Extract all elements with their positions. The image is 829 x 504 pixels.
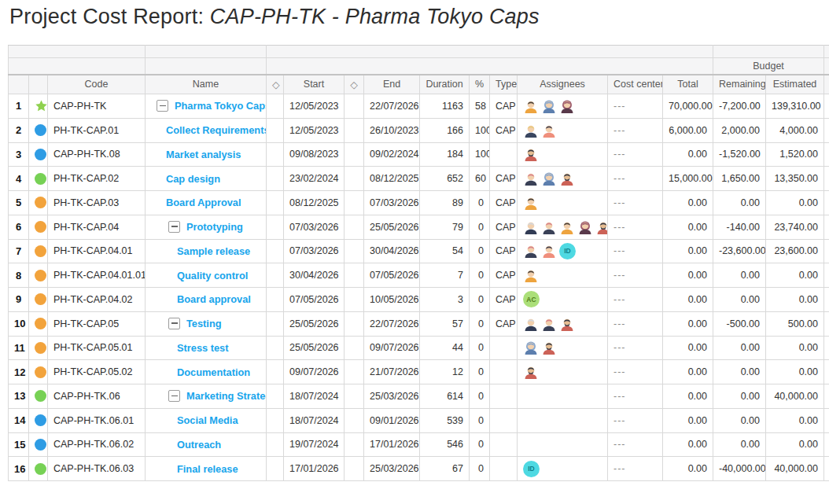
table-row[interactable]: 15 CAP-PH-TK.06.02 Outreach 19/07/2024 1… xyxy=(9,432,829,457)
task-name-link[interactable]: Board Approval xyxy=(166,197,241,208)
estimated-value: 500.00 xyxy=(766,311,824,336)
total-value: 0.00 xyxy=(663,432,713,457)
milestone-cell xyxy=(344,263,364,288)
page-title: Project Cost Report: CAP-PH-TK - Pharma … xyxy=(9,5,540,29)
total-value: 70,000.00 xyxy=(663,94,713,119)
remaining-value: 0.00 xyxy=(713,191,766,215)
assignees-cell xyxy=(518,360,608,384)
collapse-minus-icon[interactable] xyxy=(168,221,180,233)
status-circle-icon xyxy=(35,173,46,185)
task-name-link[interactable]: Final release xyxy=(177,463,238,475)
row-number: 11 xyxy=(9,336,29,360)
table-row[interactable]: 12 PH-TK-CAP.05.02 Documentation 09/07/2… xyxy=(9,360,829,384)
task-name-link[interactable]: Quality control xyxy=(177,270,248,281)
total-value: 0.00 xyxy=(663,336,713,360)
table-row[interactable]: 2 PH-TK-CAP.01 Collect Requirements 12/0… xyxy=(9,118,829,142)
milestone-cell xyxy=(344,191,364,215)
task-name-cell: Outreach xyxy=(146,432,267,457)
start-date: 25/05/2026 xyxy=(284,311,344,336)
end-date: 07/03/2026 xyxy=(364,191,420,215)
type-value: CAP xyxy=(490,215,518,239)
table-row[interactable]: 11 PH-TK-CAP.05.01 Stress test 25/05/202… xyxy=(9,336,829,360)
start-date: 23/02/2024 xyxy=(284,167,344,191)
task-name-link[interactable]: Documentation xyxy=(177,366,250,378)
total-value: 0.00 xyxy=(663,384,713,409)
task-code: PH-TK-CAP.05.01 xyxy=(48,336,146,360)
duration-value: 166 xyxy=(420,118,470,142)
row-number: 4 xyxy=(9,167,29,191)
task-name-cell: Final release xyxy=(146,457,267,481)
col-header-row-number xyxy=(9,75,29,94)
remaining-value: 0.00 xyxy=(713,360,766,384)
table-row[interactable]: 5 PH-TK-CAP.03 Board Approval 08/12/2025… xyxy=(9,191,829,215)
remaining-value: -1,520.00 xyxy=(713,142,766,167)
table-row[interactable]: 9 PH-TK-CAP.04.02 Board approval 07/05/2… xyxy=(9,288,829,312)
collapse-minus-icon[interactable] xyxy=(157,100,168,112)
percent-value: 0 xyxy=(470,384,490,409)
assignee-avatar-icon xyxy=(541,340,557,355)
type-value: CAP xyxy=(490,311,518,336)
band-cell xyxy=(713,46,824,58)
task-name-link[interactable]: Social Media xyxy=(177,414,238,426)
table-row[interactable]: 6 PH-TK-CAP.04 Prototyping 07/03/2026 25… xyxy=(9,215,829,239)
task-name-link[interactable]: Sample release xyxy=(177,245,250,257)
milestone-cell xyxy=(267,167,284,191)
task-name-link[interactable]: Prototyping xyxy=(186,221,243,233)
col-header-duration: Duration xyxy=(420,75,470,94)
milestone-cell xyxy=(267,384,284,409)
start-date: 07/05/2026 xyxy=(284,288,344,312)
start-date: 30/04/2026 xyxy=(284,263,344,288)
row-number: 6 xyxy=(9,215,29,239)
percent-value: 0 xyxy=(470,311,490,336)
remaining-value: -23,600.00 xyxy=(713,239,766,263)
estimated-value: 0.00 xyxy=(766,263,824,288)
clipped-cell xyxy=(824,239,829,263)
col-header-assignees: Assignees xyxy=(518,75,608,94)
clipped-cell xyxy=(824,167,829,191)
duration-value: 7 xyxy=(420,263,470,288)
percent-value: 100 xyxy=(470,118,490,142)
task-code: CAP-PH-TK.08 xyxy=(48,142,146,167)
table-row[interactable]: 13 CAP-PH-TK.06 Marketing Strategy 18/07… xyxy=(9,384,829,409)
end-date: 25/03/2026 xyxy=(364,457,420,481)
task-code: CAP-PH-TK.06.02 xyxy=(48,432,146,457)
clipped-cell xyxy=(824,384,829,409)
estimated-value: 4,000.00 xyxy=(766,118,824,142)
collapse-minus-icon[interactable] xyxy=(168,318,180,329)
table-row[interactable]: 3 CAP-PH-TK.08 Market analysis 09/08/202… xyxy=(9,142,829,167)
budget-group-header: Budget xyxy=(713,58,824,75)
col-header-clipped xyxy=(824,75,829,94)
table-row[interactable]: 1 CAP-PH-TK Pharma Tokyo Caps 12/05/2023… xyxy=(9,94,829,119)
task-name-link[interactable]: Marketing Strategy xyxy=(186,390,267,402)
task-name-link[interactable]: Testing xyxy=(186,318,222,329)
type-value xyxy=(490,336,518,360)
table-row[interactable]: 4 PH-TK-CAP.02 Cap design 23/02/2024 08/… xyxy=(9,167,829,191)
table-row[interactable]: 8 PH-TK-CAP.04.01.01 Quality control 30/… xyxy=(9,263,829,288)
duration-value: 652 xyxy=(420,167,470,191)
collapse-minus-icon[interactable] xyxy=(168,390,180,402)
task-name-link[interactable]: Collect Requirements xyxy=(166,124,267,136)
task-name-link[interactable]: Outreach xyxy=(177,439,221,451)
percent-value: 0 xyxy=(470,215,490,239)
table-row[interactable]: 10 PH-TK-CAP.05 Testing 25/05/2026 22/07… xyxy=(9,311,829,336)
task-name-link[interactable]: Board approval xyxy=(177,293,251,305)
table-row[interactable]: 7 PH-TK-CAP.04.01 Sample release 07/03/2… xyxy=(9,239,829,263)
status-cell xyxy=(29,118,48,142)
task-name-link[interactable]: Pharma Tokyo Caps xyxy=(175,100,267,112)
status-cell xyxy=(29,167,48,191)
task-code: PH-TK-CAP.05.02 xyxy=(48,360,146,384)
task-name-link[interactable]: Cap design xyxy=(166,173,220,185)
total-value: 0.00 xyxy=(663,360,713,384)
percent-value: 60 xyxy=(470,167,490,191)
estimated-value: 13,350.00 xyxy=(766,167,824,191)
col-header-status xyxy=(29,75,48,94)
end-date: 09/07/2026 xyxy=(364,336,420,360)
percent-value: 0 xyxy=(470,457,490,481)
estimated-value: 0.00 xyxy=(766,288,824,312)
table-row[interactable]: 16 CAP-PH-TK.06.03 Final release 17/01/2… xyxy=(9,457,829,481)
milestone-cell xyxy=(344,457,364,481)
table-row[interactable]: 14 CAP-PH-TK.06.01 Social Media 18/07/20… xyxy=(9,408,829,432)
task-name-link[interactable]: Market analysis xyxy=(166,149,241,160)
milestone-cell xyxy=(344,239,364,263)
task-name-link[interactable]: Stress test xyxy=(177,342,228,354)
